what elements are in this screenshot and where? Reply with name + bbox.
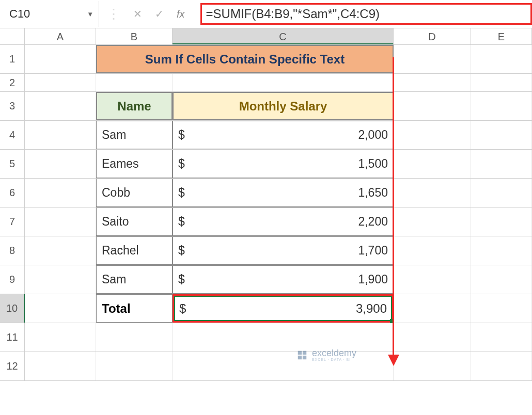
cell-D1[interactable] (394, 45, 471, 73)
cell-D8[interactable] (394, 236, 471, 265)
cell-D9[interactable] (394, 265, 471, 294)
callout-arrow-line (393, 57, 394, 360)
row-header-3[interactable]: 3 (0, 92, 25, 120)
cell-salary-3[interactable]: $2,200 (173, 207, 394, 236)
cell-E8[interactable] (471, 236, 532, 265)
watermark-text: exceldemy (312, 348, 356, 358)
row-header-4[interactable]: 4 (0, 121, 25, 149)
col-header-B[interactable]: B (96, 28, 173, 44)
cell-E6[interactable] (471, 179, 532, 207)
title-cell[interactable]: Sum If Cells Contain Specific Text (96, 45, 394, 73)
cell-E4[interactable] (471, 121, 532, 149)
cell-E11[interactable] (471, 323, 532, 352)
row-header-6[interactable]: 6 (0, 179, 25, 207)
row-4: 4 Sam $2,000 (0, 121, 532, 150)
row-9: 9 Sam $1,900 (0, 265, 532, 294)
formula-input[interactable]: =SUMIF(B4:B9,"*Sam*",C4:C9) (200, 3, 532, 25)
row-2: 2 (0, 74, 532, 92)
cell-E12[interactable] (471, 352, 532, 380)
cell-A9[interactable] (25, 265, 96, 294)
row-header-7[interactable]: 7 (0, 207, 25, 236)
cell-D12[interactable] (394, 352, 471, 380)
cell-A6[interactable] (25, 179, 96, 207)
header-name-text: Name (117, 99, 151, 114)
cell-A11[interactable] (25, 323, 96, 352)
cell-D7[interactable] (394, 207, 471, 236)
col-header-C[interactable]: C (173, 28, 394, 44)
col-header-E[interactable]: E (471, 28, 532, 44)
cell-salary-5[interactable]: $1,900 (173, 265, 394, 294)
name-box-value: C10 (9, 7, 30, 21)
cell-D2[interactable] (394, 74, 471, 91)
name-box[interactable]: C10 ▼ (0, 1, 99, 27)
cell-B2[interactable] (96, 74, 173, 91)
cell-D5[interactable] (394, 150, 471, 178)
cell-A12[interactable] (25, 352, 96, 380)
cell-E1[interactable] (471, 45, 532, 73)
cell-E9[interactable] (471, 265, 532, 294)
cell-name-2[interactable]: Cobb (96, 179, 173, 207)
cell-salary-1[interactable]: $1,500 (173, 150, 394, 178)
cell-salary-2[interactable]: $1,650 (173, 179, 394, 207)
col-header-D[interactable]: D (394, 28, 471, 44)
cell-E3[interactable] (471, 92, 532, 120)
cell-E7[interactable] (471, 207, 532, 236)
cell-D10[interactable] (394, 294, 471, 323)
cell-E2[interactable] (471, 74, 532, 91)
cell-salary-0[interactable]: $2,000 (173, 121, 394, 149)
cell-E5[interactable] (471, 150, 532, 178)
cell-E10[interactable] (471, 294, 532, 323)
cell-B12[interactable] (96, 352, 173, 380)
cell-name-1[interactable]: Eames (96, 150, 173, 178)
cell-C11[interactable] (173, 323, 394, 352)
cell-name-0[interactable]: Sam (96, 121, 173, 149)
cell-B11[interactable] (96, 323, 173, 352)
cell-D4[interactable] (394, 121, 471, 149)
header-salary-text: Monthly Salary (239, 99, 327, 114)
cell-D11[interactable] (394, 323, 471, 352)
row-header-5[interactable]: 5 (0, 150, 25, 178)
name-box-dropdown-icon[interactable]: ▼ (87, 10, 93, 18)
header-salary[interactable]: Monthly Salary (173, 92, 394, 120)
cell-salary-4[interactable]: $1,700 (173, 236, 394, 265)
select-all-corner[interactable] (0, 28, 25, 44)
callout-arrow-head-icon (388, 355, 399, 366)
row-header-2[interactable]: 2 (0, 74, 25, 91)
row-header-10[interactable]: 10 (0, 294, 25, 323)
cell-A4[interactable] (25, 121, 96, 149)
cell-C2[interactable] (173, 74, 394, 91)
cell-A3[interactable] (25, 92, 96, 120)
cell-C12[interactable] (173, 352, 394, 380)
row-header-12[interactable]: 12 (0, 352, 25, 380)
cell-name-5[interactable]: Sam (96, 265, 173, 294)
watermark-subtext: EXCEL · DATA · BI (312, 358, 356, 361)
formula-controls: ⋮ ✕ ✓ fx (99, 6, 200, 22)
watermark: exceldemy EXCEL · DATA · BI (296, 348, 356, 361)
row-header-1[interactable]: 1 (0, 45, 25, 73)
title-text: Sum If Cells Contain Specific Text (145, 52, 345, 67)
row-3: 3 Name Monthly Salary (0, 92, 532, 121)
cell-A7[interactable] (25, 207, 96, 236)
row-header-11[interactable]: 11 (0, 323, 25, 352)
row-header-8[interactable]: 8 (0, 236, 25, 265)
cell-D3[interactable] (394, 92, 471, 120)
row-10: 10 Total $3,900 (0, 294, 532, 323)
cell-A1[interactable] (25, 45, 96, 73)
cell-A2[interactable] (25, 74, 96, 91)
cell-A5[interactable] (25, 150, 96, 178)
cell-A8[interactable] (25, 236, 96, 265)
total-label-cell[interactable]: Total (96, 294, 173, 323)
header-name[interactable]: Name (96, 92, 173, 120)
cell-name-3[interactable]: Saito (96, 207, 173, 236)
accept-icon[interactable]: ✓ (155, 8, 164, 20)
col-header-A[interactable]: A (25, 28, 96, 44)
fx-icon[interactable]: fx (177, 8, 193, 20)
cancel-icon[interactable]: ✕ (133, 8, 142, 20)
total-value-cell[interactable]: $3,900 (173, 294, 394, 323)
divider: ⋮ (107, 6, 120, 22)
row-7: 7 Saito $2,200 (0, 207, 532, 236)
cell-name-4[interactable]: Rachel (96, 236, 173, 265)
cell-A10[interactable] (25, 294, 96, 323)
cell-D6[interactable] (394, 179, 471, 207)
row-header-9[interactable]: 9 (0, 265, 25, 294)
